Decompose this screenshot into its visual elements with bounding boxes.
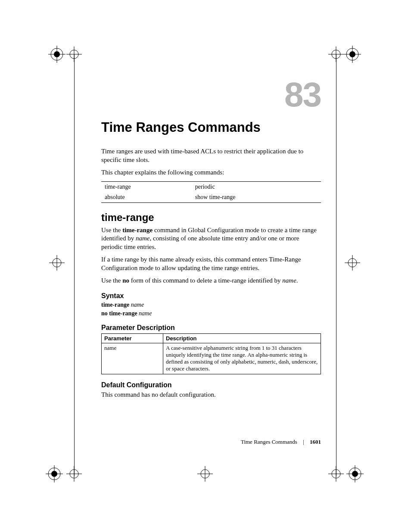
crosshair-icon — [344, 254, 361, 271]
parameter-name: name — [282, 277, 296, 284]
table-row: absolute show time-range — [101, 192, 321, 203]
keyword: no — [122, 277, 129, 284]
section-heading: time-range — [101, 212, 321, 224]
svg-point-11 — [349, 51, 355, 57]
text: form of this command to delete a time-ra… — [129, 277, 282, 284]
default-config-paragraph: This command has no default configuratio… — [101, 391, 321, 399]
svg-point-0 — [51, 48, 63, 60]
command-link[interactable]: show time-range — [192, 192, 321, 203]
registration-mark-icon — [344, 46, 361, 63]
parameter-name: name — [136, 235, 150, 242]
svg-point-14 — [53, 258, 61, 267]
table-row: name A case-sensitive alphanumeric strin… — [102, 343, 321, 374]
svg-point-34 — [352, 471, 358, 477]
command-link[interactable]: time-range — [101, 181, 192, 192]
syntax-heading: Syntax — [101, 292, 321, 300]
registration-mark-icon — [346, 465, 364, 482]
svg-point-1 — [54, 51, 60, 57]
svg-point-10 — [346, 48, 358, 60]
page-footer: Time Ranges Commands | 1601 — [101, 439, 321, 445]
syntax-line: no time-range name — [101, 310, 321, 317]
section-paragraph: Use the time-range command in Global Con… — [101, 226, 321, 252]
parameter-desc-heading: Parameter Description — [101, 324, 321, 332]
svg-point-17 — [348, 258, 357, 267]
command-list-table: time-range periodic absolute show time-r… — [101, 181, 321, 203]
parameter-name: name — [131, 302, 144, 308]
command-name: no time-range — [101, 310, 139, 317]
intro-paragraph: This chapter explains the following comm… — [101, 168, 321, 177]
registration-mark-icon — [48, 46, 65, 63]
section-paragraph: Use the no form of this command to delet… — [101, 277, 321, 285]
command-name: time-range — [101, 302, 131, 308]
page-number: 1601 — [310, 439, 321, 445]
text: Use the — [101, 227, 122, 233]
syntax-line: time-range name — [101, 302, 321, 308]
table-header-row: Parameter Description — [102, 333, 321, 343]
parameter-cell: name — [102, 343, 163, 374]
table-row: time-range periodic — [101, 181, 321, 192]
svg-point-20 — [48, 468, 60, 480]
margin-line-icon — [336, 54, 336, 476]
intro-paragraph: Time ranges are used with time-based ACL… — [101, 147, 321, 164]
text: Use the — [101, 277, 122, 284]
column-header: Parameter — [102, 333, 163, 343]
chapter-number: 83 — [101, 78, 321, 112]
parameter-name: name — [139, 310, 152, 317]
page-content: 83 Time Ranges Commands Time ranges are … — [101, 78, 321, 403]
text: . — [296, 277, 298, 284]
svg-point-33 — [349, 468, 361, 480]
command-name: time-range — [122, 227, 153, 233]
parameter-table: Parameter Description name A case-sensit… — [101, 333, 321, 374]
svg-point-21 — [51, 471, 57, 477]
crosshair-icon — [196, 465, 214, 482]
svg-point-27 — [201, 470, 209, 478]
command-link[interactable]: periodic — [192, 181, 321, 192]
column-header: Description — [163, 333, 321, 343]
section-paragraph: If a time range by this name already exi… — [101, 255, 321, 272]
separator-icon: | — [303, 439, 304, 445]
registration-mark-icon — [46, 465, 63, 482]
chapter-title: Time Ranges Commands — [101, 120, 321, 135]
footer-section: Time Ranges Commands — [241, 439, 297, 445]
crosshair-icon — [48, 254, 65, 271]
default-config-heading: Default Configuration — [101, 381, 321, 389]
description-cell: A case-sensitive alphanumeric string fro… — [163, 343, 321, 374]
margin-line-icon — [74, 54, 75, 476]
command-link[interactable]: absolute — [101, 192, 192, 203]
